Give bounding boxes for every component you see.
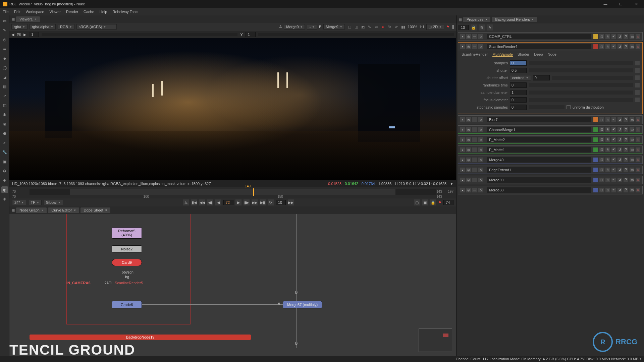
eye-icon[interactable]: ◎ — [466, 117, 471, 122]
tool-views-icon[interactable]: ⬣ — [1, 130, 8, 137]
revert-icon[interactable]: ↺ — [618, 34, 622, 39]
close-panel-icon[interactable]: × — [636, 137, 640, 142]
close-icon[interactable]: × — [532, 18, 534, 21]
viewer-viewport[interactable] — [9, 38, 456, 180]
col-icon[interactable] — [593, 158, 598, 162]
refresh-icon[interactable]: ↻ — [387, 24, 392, 29]
col-icon[interactable] — [593, 147, 598, 152]
tool-merge-icon[interactable]: ▤ — [1, 83, 8, 90]
node-icon[interactable]: ◇ — [478, 158, 483, 162]
tool-all-icon[interactable]: ⊕ — [1, 177, 8, 184]
anim-icon[interactable] — [635, 61, 640, 65]
node-icon[interactable]: ◇ — [478, 34, 483, 39]
tab-nodegraph[interactable]: Node Graph× — [16, 207, 47, 213]
panel-name[interactable]: Merge40 — [487, 157, 591, 163]
tool-toolsets-icon[interactable]: 🔧 — [1, 149, 8, 156]
dash-icon[interactable]: — — [472, 137, 477, 142]
lut-dropdown[interactable]: sRGB (ACES)▼ — [76, 24, 117, 29]
float-icon[interactable]: ▭ — [630, 137, 634, 142]
panel-name[interactable]: ChannelMerge1 — [487, 127, 591, 132]
knob-shutteroffset-slider[interactable] — [552, 76, 633, 80]
close-panel-icon[interactable]: × — [636, 147, 640, 152]
help-icon[interactable]: ? — [624, 168, 628, 172]
knob-sampdiam-input[interactable]: 1 — [510, 90, 527, 95]
fstop-label[interactable]: f/8 — [17, 33, 21, 37]
tab-deep[interactable]: Deep — [534, 52, 543, 56]
tab-dopesheet[interactable]: Dope Sheet× — [80, 207, 110, 213]
gain-slider[interactable] — [42, 33, 237, 36]
panel-name[interactable]: Merge39 — [487, 177, 591, 183]
node-graph[interactable]: Reformat5 (4096) Noise2 Card9 obj/scn bg… — [9, 214, 456, 356]
frame-input[interactable]: 1 — [29, 32, 39, 37]
pause2-icon[interactable]: ▮▮ — [400, 24, 406, 29]
float-icon[interactable]: ▭ — [630, 158, 634, 162]
col-icon[interactable] — [593, 188, 598, 192]
tool-keyer-icon[interactable]: ◢ — [1, 74, 8, 80]
gear-icon[interactable]: ⣿ — [451, 25, 454, 29]
help-icon[interactable]: ? — [624, 34, 628, 39]
revert-icon[interactable]: ↺ — [618, 168, 622, 172]
col-icon[interactable] — [593, 137, 598, 142]
eye-icon[interactable]: ◎ — [466, 158, 471, 162]
sync-icon[interactable]: ⇆ — [183, 199, 189, 205]
lock-icon[interactable]: 🔒 — [430, 199, 436, 205]
center-icon[interactable]: ⊡ — [599, 137, 604, 142]
panel-name[interactable]: ScanlineRender4 — [487, 44, 591, 49]
close-panel-icon[interactable]: × — [636, 127, 640, 132]
close-panel-icon[interactable]: × — [636, 158, 640, 162]
menu-rebelway[interactable]: Rebelway Tools — [112, 10, 138, 14]
tab-multisample[interactable]: MultiSample — [492, 52, 513, 57]
col-icon[interactable] — [593, 127, 598, 132]
float-icon[interactable]: ▭ — [630, 127, 634, 132]
expand-icon[interactable]: ▸ — [460, 127, 465, 132]
tool-transform-icon[interactable]: ↗ — [1, 93, 8, 99]
node-icon[interactable]: ◇ — [478, 44, 483, 49]
undo-icon[interactable]: ↶ — [611, 188, 616, 192]
expand-icon[interactable]: ▾ — [460, 44, 465, 49]
tab-viewer1[interactable]: Viewer1 × — [16, 16, 40, 22]
ratio-value[interactable]: 1:1 — [419, 25, 424, 29]
menu-workspace[interactable]: Workspace — [26, 10, 44, 14]
help-icon[interactable]: ? — [624, 158, 628, 162]
center-icon[interactable]: ⊡ — [599, 158, 604, 162]
menu-viewer[interactable]: Viewer — [50, 10, 61, 14]
knob-focusdiam-input[interactable]: 0 — [510, 97, 527, 103]
close-panel-icon[interactable]: × — [636, 44, 640, 49]
close-icon[interactable]: × — [485, 18, 487, 21]
step-input[interactable]: 10 — [276, 200, 286, 205]
panel-drag2-icon[interactable]: ▦ — [11, 208, 15, 213]
ip-icon[interactable]: ⧉ — [374, 24, 379, 29]
knob-shutter-input[interactable]: 0.5 — [510, 68, 527, 73]
knob-stoch-input[interactable]: 0 — [510, 105, 527, 110]
copy-icon[interactable]: ⎘ — [605, 168, 610, 172]
in-icon[interactable]: ▢ — [414, 199, 420, 205]
knob-sampdiam-slider[interactable] — [529, 90, 633, 95]
close-panel-icon[interactable]: × — [636, 117, 640, 122]
expand-icon[interactable]: ▸ — [460, 137, 465, 142]
skip-icon[interactable]: ▶▶ — [288, 199, 294, 205]
tool-other-icon[interactable]: ▣ — [1, 158, 8, 165]
expand-icon[interactable]: ▸ — [460, 178, 465, 182]
revert-icon[interactable]: ↺ — [618, 158, 622, 162]
tool-draw-icon[interactable]: ✎ — [1, 27, 8, 34]
copy-icon[interactable]: ⎘ — [605, 117, 610, 122]
tool-3d-icon[interactable]: ◫ — [1, 102, 8, 109]
col-icon[interactable] — [593, 34, 598, 39]
dash-icon[interactable]: — — [472, 127, 477, 132]
next-frame-icon[interactable]: ▶ — [23, 33, 26, 37]
menu-edit[interactable]: Edit — [14, 10, 20, 14]
help-icon[interactable]: ? — [624, 137, 628, 142]
loop-icon[interactable]: ↻ — [268, 199, 274, 205]
zoom-value[interactable]: 100% — [408, 25, 417, 29]
menu-cache[interactable]: Cache — [84, 10, 94, 14]
close-icon[interactable]: × — [105, 208, 107, 212]
expand-icon[interactable]: ▸ — [460, 168, 465, 172]
dash-icon[interactable]: — — [472, 117, 477, 122]
timeline[interactable]: 70 70 197 143 143 149 100 150 — [9, 187, 456, 198]
fps-dropdown[interactable]: 24*▼ — [12, 200, 26, 205]
node-backdrop[interactable]: BackdropNode19 — [30, 335, 251, 340]
copy-icon[interactable]: ⎘ — [605, 137, 610, 142]
float-icon[interactable]: ▭ — [630, 147, 634, 152]
center-icon[interactable]: ⊡ — [599, 147, 604, 152]
undo-icon[interactable]: ↶ — [611, 34, 616, 39]
